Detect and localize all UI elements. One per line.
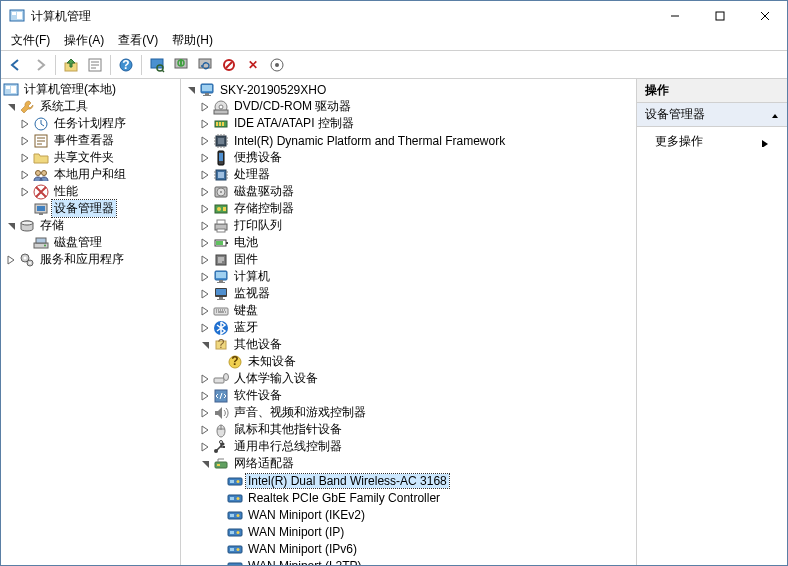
- expand-icon[interactable]: [199, 440, 213, 454]
- expand-icon[interactable]: [199, 236, 213, 250]
- actions-group[interactable]: 设备管理器: [637, 103, 787, 127]
- menu-help[interactable]: 帮助(H): [166, 31, 219, 50]
- device-other[interactable]: 其他设备: [181, 336, 636, 353]
- ide-icon: [213, 116, 229, 132]
- expand-icon[interactable]: [199, 202, 213, 216]
- expand-icon[interactable]: [199, 253, 213, 267]
- tree-root[interactable]: 计算机管理(本地): [1, 81, 180, 98]
- tree-event-viewer[interactable]: 事件查看器: [1, 132, 180, 149]
- expand-icon[interactable]: [199, 321, 213, 335]
- expand-icon[interactable]: [199, 389, 213, 403]
- expand-icon[interactable]: [19, 185, 33, 199]
- expand-icon[interactable]: [199, 423, 213, 437]
- expand-icon[interactable]: [19, 168, 33, 182]
- help-button[interactable]: [115, 54, 137, 76]
- device-net4[interactable]: WAN Miniport (IPv6): [181, 540, 636, 557]
- device-mice[interactable]: 鼠标和其他指针设备: [181, 421, 636, 438]
- device-root[interactable]: SKY-20190529XHO: [181, 81, 636, 98]
- device-print-queues[interactable]: 打印队列: [181, 217, 636, 234]
- device-computer[interactable]: 计算机: [181, 268, 636, 285]
- menu-action[interactable]: 操作(A): [58, 31, 110, 50]
- device-bluetooth[interactable]: 蓝牙: [181, 319, 636, 336]
- expand-icon[interactable]: [19, 134, 33, 148]
- device-software[interactable]: 软件设备: [181, 387, 636, 404]
- tree-services-apps[interactable]: 服务和应用程序: [1, 251, 180, 268]
- device-net1[interactable]: Realtek PCIe GbE Family Controller: [181, 489, 636, 506]
- disable-button[interactable]: [218, 54, 240, 76]
- menu-file[interactable]: 文件(F): [5, 31, 56, 50]
- expand-icon[interactable]: [199, 304, 213, 318]
- device-batteries[interactable]: 电池: [181, 234, 636, 251]
- tree-shared-folders[interactable]: 共享文件夹: [1, 149, 180, 166]
- device-net5[interactable]: WAN Miniport (L2TP): [181, 557, 636, 565]
- tree-performance[interactable]: 性能: [1, 183, 180, 200]
- device-intel-platform[interactable]: Intel(R) Dynamic Platform and Thermal Fr…: [181, 132, 636, 149]
- properties-button[interactable]: [84, 54, 106, 76]
- device-sound[interactable]: 声音、视频和游戏控制器: [181, 404, 636, 421]
- device-disk-drives[interactable]: 磁盘驱动器: [181, 183, 636, 200]
- enable-button[interactable]: [170, 54, 192, 76]
- device-net0[interactable]: Intel(R) Dual Band Wireless-AC 3168: [181, 472, 636, 489]
- back-button[interactable]: [5, 54, 27, 76]
- tree-disk-management[interactable]: 磁盘管理: [1, 234, 180, 251]
- expand-icon[interactable]: [199, 100, 213, 114]
- device-network-adapters[interactable]: 网络适配器: [181, 455, 636, 472]
- expand-icon[interactable]: [19, 151, 33, 165]
- console-tree[interactable]: 计算机管理(本地) 系统工具 任务计划程序 事件查看器: [1, 79, 181, 565]
- expand-icon[interactable]: [199, 168, 213, 182]
- expand-icon[interactable]: [199, 287, 213, 301]
- collapse-icon[interactable]: [5, 100, 19, 114]
- device-unknown[interactable]: 未知设备: [181, 353, 636, 370]
- tree-storage[interactable]: 存储: [1, 217, 180, 234]
- expand-icon[interactable]: [199, 372, 213, 386]
- tree-system-tools[interactable]: 系统工具: [1, 98, 180, 115]
- collapse-icon[interactable]: [185, 83, 199, 97]
- expand-icon[interactable]: [199, 270, 213, 284]
- close-button[interactable]: [742, 1, 787, 31]
- expand-icon[interactable]: [199, 117, 213, 131]
- device-hid[interactable]: 人体学输入设备: [181, 370, 636, 387]
- device-ide[interactable]: IDE ATA/ATAPI 控制器: [181, 115, 636, 132]
- scan-hardware-button[interactable]: [146, 54, 168, 76]
- device-label: Intel(R) Dynamic Platform and Thermal Fr…: [232, 134, 507, 148]
- actions-more[interactable]: 更多操作: [637, 127, 787, 156]
- expand-icon[interactable]: [199, 151, 213, 165]
- device-keyboards[interactable]: 键盘: [181, 302, 636, 319]
- collapse-icon[interactable]: [199, 457, 213, 471]
- chevron-up-icon: [769, 110, 779, 120]
- scan-button[interactable]: [266, 54, 288, 76]
- maximize-button[interactable]: [697, 1, 742, 31]
- device-processors[interactable]: 处理器: [181, 166, 636, 183]
- device-dvd[interactable]: DVD/CD-ROM 驱动器: [181, 98, 636, 115]
- expand-icon[interactable]: [199, 219, 213, 233]
- device-storage-controllers[interactable]: 存储控制器: [181, 200, 636, 217]
- device-net3[interactable]: WAN Miniport (IP): [181, 523, 636, 540]
- tree-device-manager[interactable]: 设备管理器: [1, 200, 180, 217]
- up-button[interactable]: [60, 54, 82, 76]
- expand-icon[interactable]: [199, 406, 213, 420]
- device-portable[interactable]: 便携设备: [181, 149, 636, 166]
- device-firmware[interactable]: 固件: [181, 251, 636, 268]
- device-tree[interactable]: SKY-20190529XHO DVD/CD-ROM 驱动器 IDE ATA/A…: [181, 79, 637, 565]
- expand-icon[interactable]: [199, 134, 213, 148]
- tree-task-scheduler[interactable]: 任务计划程序: [1, 115, 180, 132]
- collapse-icon[interactable]: [5, 219, 19, 233]
- device-usb[interactable]: 通用串行总线控制器: [181, 438, 636, 455]
- menu-view[interactable]: 查看(V): [112, 31, 164, 50]
- update-driver-button[interactable]: [194, 54, 216, 76]
- device-label: 监视器: [232, 285, 272, 302]
- expand-icon[interactable]: [19, 117, 33, 131]
- expand-icon[interactable]: [5, 253, 19, 267]
- device-label: 蓝牙: [232, 319, 260, 336]
- forward-button[interactable]: [29, 54, 51, 76]
- tree-local-users[interactable]: 本地用户和组: [1, 166, 180, 183]
- device-monitors[interactable]: 监视器: [181, 285, 636, 302]
- device-net2[interactable]: WAN Miniport (IKEv2): [181, 506, 636, 523]
- device-label: 鼠标和其他指针设备: [232, 421, 344, 438]
- collapse-icon[interactable]: [199, 338, 213, 352]
- uninstall-button[interactable]: ✕: [242, 54, 264, 76]
- device-label: 其他设备: [232, 336, 284, 353]
- expand-icon[interactable]: [199, 185, 213, 199]
- minimize-button[interactable]: [652, 1, 697, 31]
- other-devices-icon: [213, 337, 229, 353]
